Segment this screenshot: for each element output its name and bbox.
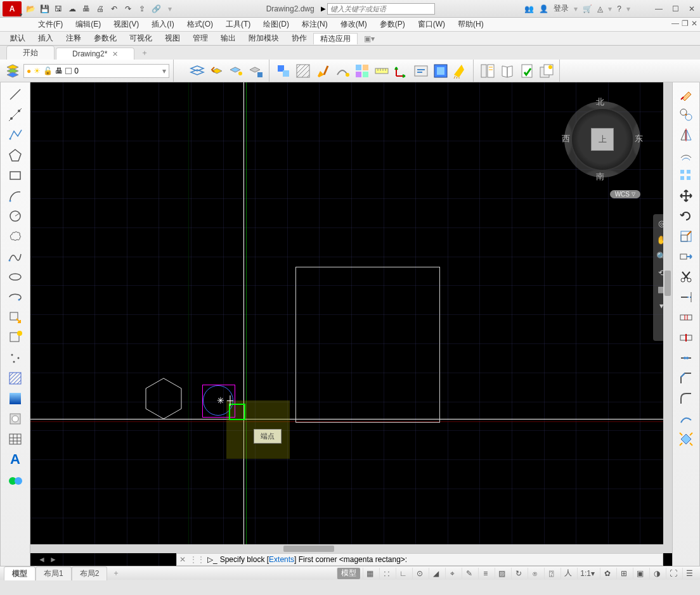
rtab-param[interactable]: 参数化 [88,33,123,44]
vc-south[interactable]: 南 [596,171,604,182]
app-icon[interactable]: ◬ [597,4,603,13]
gradient-icon[interactable] [4,389,26,408]
viewcube-top-face[interactable]: 上 [591,128,614,151]
child-restore-button[interactable]: ❐ [682,19,689,28]
lineweight-icon[interactable]: ≡ [478,568,492,579]
join-icon[interactable] [675,349,697,368]
isolate-icon[interactable]: ◑ [649,568,663,579]
drawing-canvas[interactable]: /* grid generated below via JS would be … [30,82,672,566]
menu-draw[interactable]: 绘图(D) [257,19,295,30]
measure-icon[interactable] [373,62,391,80]
link-icon[interactable]: 🔗 [150,3,162,15]
scale-icon[interactable] [675,227,697,246]
tab-close-icon[interactable]: ✕ [112,50,118,58]
circle-icon[interactable] [4,207,26,226]
user-icon[interactable]: 👤 [539,4,548,13]
line-icon[interactable] [4,85,26,104]
cloud-icon[interactable]: ☁ [66,3,79,15]
transparency-icon[interactable]: ▨ [495,568,509,579]
rtab-collab[interactable]: 协作 [285,33,313,44]
gear-icon[interactable]: ✿ [600,568,614,579]
group-icon[interactable] [432,62,450,80]
isodraft-icon[interactable]: ◢ [429,568,443,579]
rtab-output[interactable]: 输出 [214,33,242,44]
new-tab-button[interactable]: ＋ [136,46,153,60]
polyline-match-icon[interactable] [334,62,351,80]
rtab-expand-icon[interactable]: ▣▾ [358,34,381,43]
break2-icon[interactable] [675,328,697,347]
menu-format[interactable]: 格式(O) [181,19,219,30]
rtab-manage[interactable]: 管理 [186,33,214,44]
rectangle-icon[interactable] [4,166,26,185]
polar-toggle-icon[interactable]: ⊙ [412,568,426,579]
layer-states-icon[interactable] [188,62,206,80]
menu-file[interactable]: 文件(F) [32,19,69,30]
menu-help[interactable]: 帮助(H) [451,19,490,30]
login-label[interactable]: 登录 [554,3,569,14]
layer-iso-icon[interactable] [247,62,265,80]
point-icon[interactable] [4,349,26,368]
cleanscreen-icon[interactable]: ⛶ [666,568,680,579]
help-icon[interactable]: ? [617,4,621,13]
hardware-icon[interactable]: ▣ [633,568,647,579]
copy-icon[interactable] [675,105,697,124]
ellipse-icon[interactable] [4,267,26,286]
rtab-view[interactable]: 视图 [159,33,186,44]
layer-selector[interactable]: ● ☀ 🔓 🖶 0 ▾ [23,64,169,78]
scale-display[interactable]: 1:1 ▾ [577,568,597,579]
open-icon[interactable]: 📂 [24,3,37,15]
book-icon[interactable] [498,62,516,80]
polygon-icon[interactable] [4,146,26,165]
blend-icon[interactable] [675,409,697,428]
search-input[interactable] [327,3,435,15]
table-icon[interactable] [4,430,26,449]
broom-icon[interactable] [451,62,469,80]
polyline-icon[interactable] [4,125,26,144]
chamfer-icon[interactable] [675,369,697,388]
cmdline-handle-icon[interactable]: ⋮⋮ [190,555,205,564]
close-button[interactable]: ✕ [686,3,697,15]
cycling-icon[interactable]: ↻ [511,568,525,579]
share-icon[interactable]: ⇪ [136,3,148,15]
customize-icon[interactable]: ☰ [682,568,696,579]
print-icon[interactable]: 🖨 [94,3,107,15]
make-block-icon[interactable] [4,328,26,347]
cart-icon[interactable]: 🛒 [583,4,592,13]
child-close-button[interactable]: ✕ [691,19,697,28]
menu-window[interactable]: 窗口(W) [412,19,451,30]
vc-east[interactable]: 东 [635,133,643,144]
layout-model[interactable]: 模型 [4,566,36,580]
arc-icon[interactable] [4,186,26,205]
grid-toggle-icon[interactable]: ▦ [363,568,377,579]
rtab-default[interactable]: 默认 [4,33,32,44]
matchprop-icon[interactable] [275,62,292,80]
addselect-icon[interactable] [4,470,26,489]
break-icon[interactable] [675,308,697,327]
layer-properties-icon[interactable] [4,62,22,80]
hatch-match-icon[interactable] [294,62,312,80]
vc-west[interactable]: 西 [562,133,570,144]
extend-icon[interactable] [675,288,697,307]
layer-match-icon[interactable] [228,62,245,80]
infocenter-icon[interactable]: 👥 [524,4,534,13]
field-icon[interactable] [412,62,430,80]
offset-icon[interactable] [675,146,697,165]
menu-dim[interactable]: 标注(N) [295,19,334,30]
osnap-toggle-icon[interactable]: ⌖ [445,568,459,579]
brush-icon[interactable] [314,62,332,80]
toolpalette-icon[interactable] [479,62,496,80]
app-logo[interactable]: A [3,1,22,16]
undo-icon[interactable]: ↶ [108,3,120,15]
vc-north[interactable]: 北 [596,96,604,108]
ellipse-arc-icon[interactable] [4,288,26,307]
redo-icon[interactable]: ↷ [122,3,134,15]
maximize-button[interactable]: ☐ [670,3,681,15]
saveas-icon[interactable]: 🖫 [52,3,65,15]
tab-drawing2[interactable]: Drawing2* ✕ [56,48,134,60]
region-icon[interactable] [4,409,26,428]
horizontal-scrollbar[interactable] [30,544,663,553]
erase-icon[interactable] [675,85,697,104]
annoscale-icon[interactable]: ⍰ [544,568,558,579]
rotate-icon[interactable] [675,207,697,226]
cmdline-close-icon[interactable]: ✕ [179,555,186,564]
